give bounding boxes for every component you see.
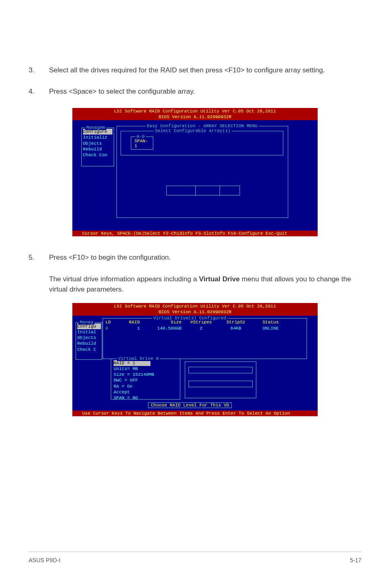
bios-header: LSI Software RAID Configuration Utility … <box>72 303 318 316</box>
vd0-span: SPAN = NO <box>114 395 138 400</box>
bios-screenshot-1: LSI Software RAID Configuration Utility … <box>72 108 318 237</box>
cell-raid: 1 <box>119 325 144 332</box>
cell-stripsz: 64KB <box>217 325 254 332</box>
management-menu-box: Manag Configu Initial Objects Rebuild Ch… <box>76 322 102 360</box>
right-selection-box <box>185 361 256 398</box>
vd0-units: Units= MB <box>114 366 138 371</box>
select-configurable-label: Select Configurable Array(s) <box>154 128 232 133</box>
menu-item-objects: Objects <box>83 141 102 146</box>
empty-row-cell <box>195 186 220 196</box>
management-menu-box: Managem Configure Initializ Objects Rebu… <box>81 128 114 166</box>
step-3-number: 3. <box>29 65 49 75</box>
col-raid: RAID <box>119 319 144 325</box>
step-5-sub-bold: Virtual Drive <box>199 275 240 283</box>
vd0-raid: RAID = 1 <box>114 360 150 366</box>
array-selection-label: Easy Configuration - ARRAY SELECTION MEN… <box>146 123 259 128</box>
step-3-text: Select all the drives required for the R… <box>49 65 361 75</box>
step-5: 5. Press <F10> to begin the configuratio… <box>29 253 361 263</box>
menu-item-initialize: Initializ <box>83 135 107 140</box>
right-sub-box-1 <box>188 367 253 373</box>
bios-footer: Use Cursor Keys To Navigate Between Item… <box>72 411 318 416</box>
footer-product: ASUS P9D-I <box>29 557 61 563</box>
step-5-number: 5. <box>29 253 49 263</box>
footer-page-number: 5-17 <box>350 557 361 563</box>
menu-item-checkcon: Check Con <box>83 153 107 157</box>
cell-ld: 0 <box>105 325 119 332</box>
step-4-text: Press <Space> to select the configurable… <box>49 87 361 97</box>
page-footer: ASUS P9D-I 5-17 <box>29 552 361 563</box>
step-4: 4. Press <Space> to select the configura… <box>29 87 361 97</box>
array-a0-label: A-0 <box>135 134 146 139</box>
bios-footer-text: Use Cursor Keys To Navigate Between Item… <box>82 411 316 416</box>
col-status: Status <box>254 319 287 325</box>
col-ld: LD <box>105 319 119 325</box>
step-5-text: Press <F10> to begin the configuration. <box>49 253 361 263</box>
virtual-drives-box: Virtual Drive(s) Configured LD RAID Size… <box>103 318 307 359</box>
vd0-ra: RA = On <box>114 384 132 389</box>
cell-size: 148.580GB <box>144 325 185 332</box>
vd0-dwc: DWC = OFF <box>114 378 138 383</box>
menu-item-checkc: Check C <box>77 347 96 352</box>
virtual-drive-0-label: Virtual Drive 0 <box>117 356 160 361</box>
choose-raid-level-box: Choose RAID Level For This VD <box>148 402 232 408</box>
step-5-subtext: The virtual drive information appears in… <box>49 274 361 295</box>
vd-table-row: 0 1 148.580GB 2 64KB ONLINE <box>105 325 304 332</box>
menu-item-initialize: Initial <box>77 330 96 334</box>
menu-item-rebuild: Rebuild <box>83 147 102 152</box>
bios-footer-text: Cursor Keys, SPACE-(De)Select F2-Chidinf… <box>82 231 316 236</box>
menu-item-rebuild: Rebuild <box>77 341 96 346</box>
empty-row-box <box>166 186 240 195</box>
bios-header: LSI Software RAID Configuration Utility … <box>72 108 318 121</box>
cell-status: ONLINE <box>254 325 287 332</box>
management-menu-label: Managem <box>85 125 106 130</box>
bios-title-line2: BIOS Version A.11.02090932R <box>72 114 318 120</box>
vd0-accept: Accept <box>114 390 130 395</box>
bios-title-line2: BIOS Version A.11.02090932R <box>72 309 318 315</box>
virtual-drive-0-box: Virtual Drive 0 RAID = 1 Units= MB Size … <box>111 359 180 399</box>
cell-stripes: 2 <box>185 325 217 332</box>
step-4-number: 4. <box>29 87 49 97</box>
virtual-drives-label: Virtual Drive(s) Configured <box>152 316 227 321</box>
bios-title-line1: LSI Software RAID Configuration Utility … <box>72 108 318 114</box>
management-menu-label: Manag <box>78 320 94 325</box>
bios-footer: Cursor Keys, SPACE-(De)Select F2-Chidinf… <box>72 231 318 236</box>
bios-screenshot-2: LSI Software RAID Configuration Utility … <box>72 303 318 416</box>
menu-item-objects: Objects <box>77 335 96 340</box>
step-3: 3. Select all the drives required for th… <box>29 65 361 75</box>
array-a0-box: A-0 SPAN-1 <box>131 137 153 150</box>
step-5-sub-a: The virtual drive information appears in… <box>49 275 199 283</box>
right-sub-box-2 <box>188 381 253 387</box>
vd0-size: Size = 152146MB <box>114 372 154 377</box>
bios-title-line1: LSI Software RAID Configuration Utility … <box>72 303 318 309</box>
